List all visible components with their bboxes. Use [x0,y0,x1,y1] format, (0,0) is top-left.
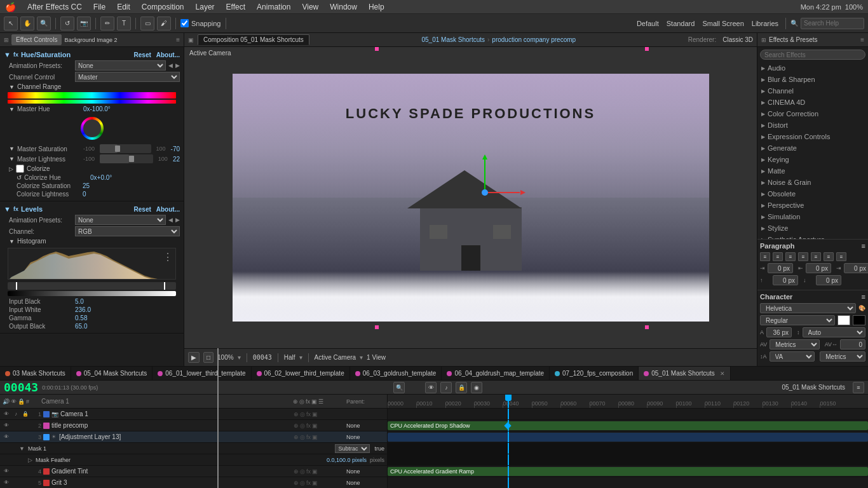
breadcrumb-precomp[interactable]: production company precomp [492,36,576,43]
menu-effect[interactable]: Effect [221,1,250,13]
effects-cat-simulation[interactable]: ▶ Simulation [757,211,868,222]
layer2-vis[interactable]: 👁 [3,423,10,429]
levels-next-preset[interactable]: ▶ [175,217,180,223]
layer2-audio[interactable] [12,423,20,429]
zoom-tool[interactable]: 🔍 [37,17,51,30]
menu-composition[interactable]: Composition [137,1,189,13]
preview-btn[interactable]: □ [203,352,214,363]
hue-expand[interactable]: ▼ [9,106,15,112]
levels-reset[interactable]: Reset [134,206,151,213]
channel-range-expand[interactable]: ▼ [9,84,15,90]
rotate-tool[interactable]: ↺ [60,17,74,30]
effects-cat-perspective[interactable]: ▶ Perspective [757,200,868,211]
effects-cat-keying[interactable]: ▶ Keying [757,154,868,165]
preset-default[interactable]: Default [634,20,661,27]
colorize-checkbox[interactable] [16,165,24,173]
layer5-audio[interactable] [12,480,20,486]
layer2-name[interactable]: title precomp [51,422,292,429]
next-preset[interactable]: ▶ [175,62,180,69]
leading-select[interactable]: Auto [803,327,865,337]
effects-cat-blur[interactable]: ▶ Blur & Sharpen [757,74,868,85]
levels-prev-preset[interactable]: ◀ [168,217,173,223]
preset-small-screen[interactable]: Small Screen [700,20,746,27]
indent-first-input[interactable] [844,263,868,273]
help-search-input[interactable] [801,18,864,29]
menu-window[interactable]: Window [325,1,362,13]
hue-sat-reset[interactable]: Reset [134,51,151,58]
gamma-value[interactable]: 0.58 [75,315,87,322]
layer5-name[interactable]: Grit 3 [51,479,292,486]
effects-cat-matte[interactable]: ▶ Matte [757,165,868,177]
layer4-lock[interactable] [22,468,29,475]
tab-0604[interactable]: 06_04_goldrush_map_template [442,367,550,381]
histogram-expand[interactable]: ▼ [9,238,15,245]
snapping-checkbox[interactable] [180,19,189,27]
track-bar-3[interactable] [388,433,868,442]
colorize-sat-value[interactable]: 25 [83,182,90,189]
tab-07-fps[interactable]: 07_120_fps_composition [550,367,639,381]
effects-cat-distort[interactable]: ▶ Distort [757,119,868,131]
layer5-lock[interactable] [22,480,29,486]
light-expand[interactable]: ▼ [9,156,15,162]
font-family-select[interactable]: Helvetica [760,303,856,313]
effects-cat-color-correction[interactable]: ▶ Color Correction [757,108,868,119]
pen-tool[interactable]: ✏ [100,17,114,30]
effects-cat-noise[interactable]: ▶ Noise & Grain [757,177,868,188]
tab-0601[interactable]: 06_01_lower_third_template [153,367,251,381]
levels-presets-select[interactable]: None [75,215,166,225]
effects-cat-synthetic[interactable]: ▶ Synthetic Aperture [757,234,868,239]
timeline-timecode[interactable]: 00043 [4,381,38,394]
layer2-lock[interactable] [22,423,29,429]
tl-vis-toggle[interactable]: 👁 [425,382,437,393]
hand-tool[interactable]: ✋ [20,17,34,30]
colorize-light-value[interactable]: 0 [83,191,86,198]
layer1-audio[interactable]: ♪ [12,411,20,417]
input-white-value[interactable]: 236.0 [75,306,91,313]
effects-search-input[interactable] [760,50,865,60]
paragraph-menu[interactable]: ≡ [862,242,865,250]
colorize-hue-value[interactable]: 0x+0.0° [90,174,112,181]
fill-color-icon[interactable]: 🎨 [858,305,865,311]
tl-audio-toggle[interactable]: ♪ [440,382,452,393]
breadcrumb-comp[interactable]: 05_01 Mask Shortcuts [422,36,485,43]
indent-left-input[interactable] [768,263,793,273]
align-justify-right-btn[interactable]: ≡ [824,252,834,261]
play-btn[interactable]: ▶ [188,352,200,363]
menu-file[interactable]: File [88,1,111,13]
input-black-handle[interactable] [16,282,17,290]
hue-sat-about[interactable]: About... [156,51,180,58]
align-justify-all-btn[interactable]: ≡ [836,252,846,261]
fill-color-box[interactable] [837,315,850,325]
levels-expand[interactable]: ▼ [4,205,11,213]
effects-cat-audio[interactable]: ▶ Audio [757,62,868,74]
zoom-dropdown[interactable]: ▾ [238,354,241,361]
align-right-btn[interactable]: ≡ [785,252,796,261]
gizmo-center-dot[interactable] [482,189,488,196]
tab-0602[interactable]: 06_02_lower_third_template [252,367,350,381]
layer5-vis[interactable]: 👁 [3,480,10,486]
apple-logo-icon[interactable]: 🍎 [5,2,16,12]
tab-0504-mask[interactable]: 05_04 Mask Shortcuts [71,367,153,381]
output-black-value[interactable]: 65.0 [75,323,87,330]
tab-0603[interactable]: 06_03_goldrush_template [350,367,442,381]
tab-0501-active[interactable]: 05_01 Mask Shortcuts ✕ [639,367,731,381]
input-white-handle[interactable] [164,282,165,290]
mask-feather-value[interactable]: 0.0,100.0 pixels [327,457,367,463]
expand-icon[interactable]: ▼ [4,51,11,58]
view-dropdown[interactable]: ▾ [360,354,363,361]
align-justify-center-btn[interactable]: ≡ [811,252,821,261]
align-justify-left-btn[interactable]: ≡ [798,252,808,261]
hue-wheel[interactable] [81,117,104,140]
effects-cat-generate[interactable]: ▶ Generate [757,142,868,154]
character-menu[interactable]: ≡ [862,293,865,301]
font-size-input[interactable] [766,327,792,337]
mask-feather-expand[interactable]: ▷ [28,457,32,463]
effects-cat-stylize[interactable]: ▶ Stylize [757,222,868,234]
sat-slider[interactable] [100,144,151,153]
indent-right-input[interactable] [806,263,831,273]
space-before-input[interactable] [773,275,798,285]
comp-tab[interactable]: Composition 05_01 Mask Shortcuts [198,34,309,45]
panel-menu-btn[interactable]: ≡ [176,36,180,43]
effect-controls-tab[interactable]: Effect Controls [11,34,62,45]
effects-cat-expression[interactable]: ▶ Expression Controls [757,131,868,142]
